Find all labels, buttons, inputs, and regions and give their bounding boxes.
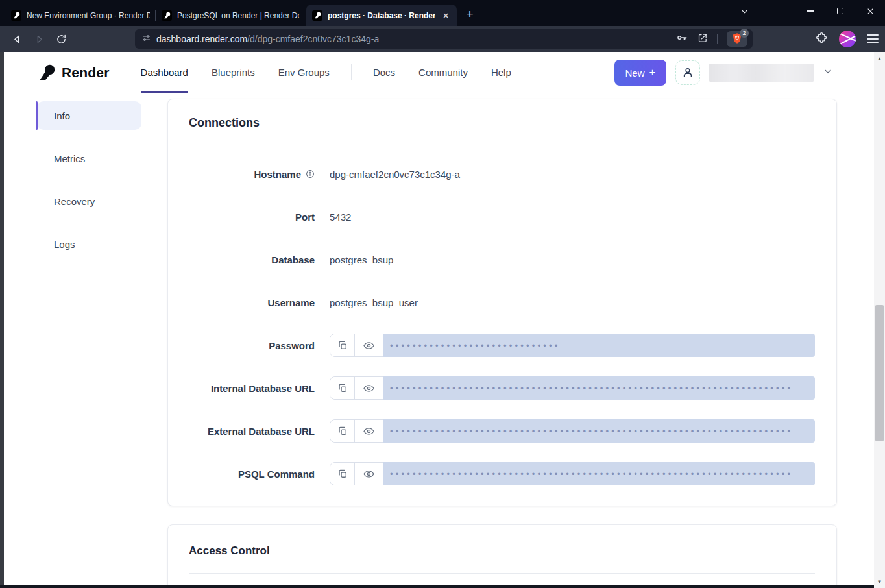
connections-rows: Hostnamedpg-cmfaef2cn0vc73c1c34g-aPort54… [168,143,836,504]
tab-title: New Environment Group · Render Das [27,11,150,20]
sidebar-item-logs[interactable]: Logs [37,230,141,258]
account-chevron-down-icon[interactable] [823,66,833,79]
row-value: ••••••••••••••••••••••••••••••••••••••••… [330,462,815,485]
window-controls [729,0,885,22]
nav-dashboard[interactable]: Dashboard [141,52,188,93]
row-label: Database [168,254,315,265]
copy-icon [337,382,348,394]
sidebar-item-recovery[interactable]: Recovery [37,187,141,215]
render-dashboard-app: Render Dashboard Blueprints Env Groups D… [0,52,885,588]
nav-community[interactable]: Community [418,52,468,93]
row-label-text: External Database URL [208,426,315,437]
desktop-edge-strip [0,52,4,588]
tab-search-chevron-icon[interactable] [729,0,759,22]
copy-button[interactable] [330,377,354,399]
reveal-button[interactable] [354,420,383,442]
connection-row: Hostnamedpg-cmfaef2cn0vc73c1c34g-a [168,162,815,186]
browser-toolbar: dashboard.render.com/d/dpg-cmfaef2cn0vc7… [0,26,885,52]
browser-tab-1[interactable]: New Environment Group · Render Das [5,5,156,26]
row-label: Hostname [168,169,315,180]
eye-icon [363,468,375,480]
nav-env-groups[interactable]: Env Groups [278,52,330,93]
eye-icon [363,382,375,395]
access-control-card: Access Control [167,524,837,588]
row-value-text: dpg-cmfaef2cn0vc73c1c34g-a [330,169,460,180]
row-label: Password [168,340,315,351]
masked-value-field: ••••••••••••••••••••••••••••••••••••••••… [383,462,815,485]
close-window-button[interactable] [855,0,885,22]
nav-blueprints[interactable]: Blueprints [212,52,255,93]
maximize-button[interactable] [825,0,855,22]
toolbar-separator [717,34,718,44]
profile-avatar[interactable] [839,31,856,47]
scroll-down-arrow[interactable]: ▼ [874,576,885,587]
scroll-up-arrow[interactable]: ▲ [874,53,885,64]
nav-help[interactable]: Help [491,52,511,93]
field-button-group [330,419,383,443]
sidebar-item-metrics[interactable]: Metrics [37,144,141,173]
connections-title: Connections [168,99,836,130]
reveal-button[interactable] [354,377,383,399]
connection-row: PSQL Command••••••••••••••••••••••••••••… [168,462,815,485]
browser-tab-3-active[interactable]: postgres · Database · Render Da ✕ [306,5,457,26]
row-value: 5432 [330,212,815,223]
row-value-text: postgres_bsup [330,254,393,265]
render-brand[interactable]: Render [38,52,110,93]
new-button-label: New [625,67,645,79]
copy-button[interactable] [330,420,354,442]
extensions-puzzle-icon[interactable] [816,32,828,47]
mask-dots: ••••••••••••••••••••••••••••••••••••••••… [390,427,793,435]
reveal-button[interactable] [354,334,383,356]
password-key-icon[interactable] [676,32,688,46]
connection-row: External Database URL•••••••••••••••••••… [168,419,815,443]
scrollbar-thumb[interactable] [875,305,884,441]
back-button[interactable] [8,30,26,48]
masked-value-field: ••••••••••••••••••••••••••••••••••••••••… [383,419,815,443]
copy-button[interactable] [330,334,354,356]
address-bar[interactable]: dashboard.render.com/d/dpg-cmfaef2cn0vc7… [135,29,753,49]
render-favicon-icon [11,10,21,21]
minimize-button[interactable] [795,0,825,22]
row-value-text: 5432 [330,212,351,223]
app-body: Info Metrics Recovery Logs Connections H… [0,93,885,588]
browser-tab-2[interactable]: PostgreSQL on Render | Render Docs [156,5,306,26]
render-logo-icon [38,64,56,81]
reveal-button[interactable] [354,463,383,485]
header-right-cluster: New+ [614,52,833,93]
connections-card: Connections Hostnamedpg-cmfaef2cn0vc73c1… [167,99,837,506]
sidebar-item-info[interactable]: Info [37,101,141,130]
info-icon[interactable] [306,169,315,178]
new-tab-button[interactable]: + [461,6,479,24]
new-button[interactable]: New+ [614,60,666,86]
connection-row: Internal Database URL•••••••••••••••••••… [168,376,815,400]
url-host: dashboard.render.com [156,34,247,44]
row-label: Internal Database URL [168,383,315,394]
nav-docs[interactable]: Docs [373,52,395,93]
menu-icon[interactable] [867,34,879,43]
row-value-text: postgres_bsup_user [330,297,418,308]
row-value: postgres_bsup [330,254,815,265]
access-control-title: Access Control [168,525,836,557]
row-label: External Database URL [168,426,315,437]
connection-row: Port5432 [168,205,815,228]
reload-button[interactable] [52,30,70,48]
share-icon[interactable] [697,32,708,46]
connection-row: Password•••••••••••••••••••••••••••••• [168,334,815,357]
forward-button[interactable] [30,30,48,48]
row-label-text: Internal Database URL [211,383,315,394]
brave-shield-button[interactable]: 2 [727,31,747,47]
url-text: dashboard.render.com/d/dpg-cmfaef2cn0vc7… [156,34,676,44]
connection-row: Usernamepostgres_bsup_user [168,291,815,314]
copy-button[interactable] [330,463,354,485]
row-label-text: Password [269,340,315,351]
plus-icon: + [649,66,656,79]
close-tab-icon[interactable]: ✕ [441,10,451,21]
eye-icon [363,339,375,352]
masked-value-field: ••••••••••••••••••••••••••••••••••••••••… [383,376,815,400]
site-settings-icon[interactable] [141,33,151,45]
browser-window: New Environment Group · Render Das Postg… [0,0,885,588]
hostname-info-icon[interactable] [306,169,315,178]
nav-separator [351,64,352,80]
render-favicon-icon [162,10,172,21]
account-button[interactable] [675,60,700,85]
